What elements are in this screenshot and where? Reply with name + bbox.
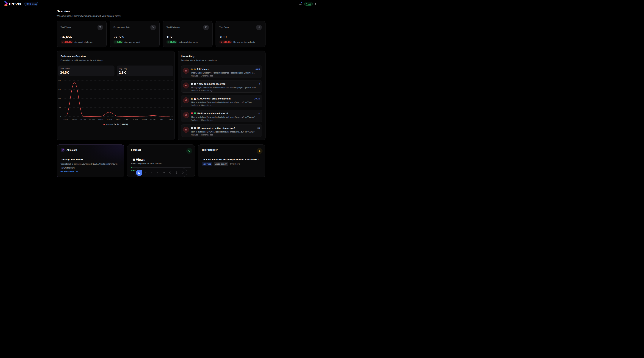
svg-text:21 Sun: 21 Sun xyxy=(132,119,138,121)
svg-text:8K: 8K xyxy=(59,107,61,109)
svg-text:3 Mon: 3 Mon xyxy=(116,119,120,121)
svg-text:16K: 16K xyxy=(58,98,62,100)
svg-text:11 Sat: 11 Sat xyxy=(107,119,112,121)
svg-text:0: 0 xyxy=(60,116,61,118)
svg-text:2 Fri: 2 Fri xyxy=(160,119,163,121)
svg-text:27 Sat: 27 Sat xyxy=(142,119,147,121)
svg-text:6 Thu: 6 Thu xyxy=(124,119,129,121)
svg-text:32K: 32K xyxy=(58,80,62,82)
svg-text:27 Sat: 27 Sat xyxy=(150,119,156,121)
svg-text:28 Sun: 28 Sun xyxy=(89,119,95,121)
svg-text:8 Sun: 8 Sun xyxy=(64,119,68,121)
svg-text:28 Sun: 28 Sun xyxy=(98,119,103,121)
svg-text:24K: 24K xyxy=(58,89,62,91)
svg-text:13 Tue: 13 Tue xyxy=(168,119,173,121)
svg-text:11 Mon: 11 Mon xyxy=(80,119,86,121)
svg-text:10 Tue: 10 Tue xyxy=(72,119,77,121)
